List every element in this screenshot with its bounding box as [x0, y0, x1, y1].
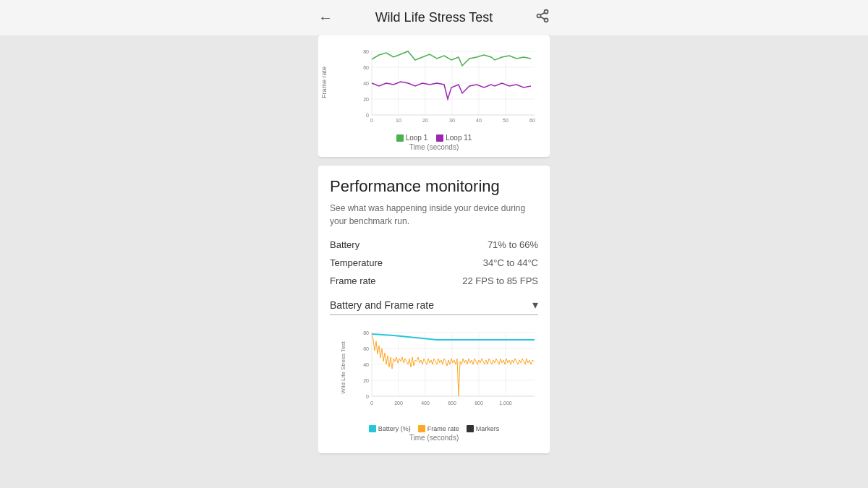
svg-text:0: 0	[370, 401, 373, 406]
perf-temp-value: 34°C to 44°C	[483, 257, 538, 268]
svg-point-0	[545, 10, 548, 14]
svg-text:20: 20	[363, 97, 369, 102]
perf-battery-label: Battery	[330, 239, 359, 250]
page-container: ← Wild Life Stress Test Frame rate	[0, 0, 868, 488]
svg-text:80: 80	[363, 330, 369, 335]
svg-text:400: 400	[421, 401, 430, 406]
svg-text:40: 40	[476, 118, 482, 123]
svg-text:60: 60	[363, 346, 369, 351]
perf-fps-row: Frame rate 22 FPS to 85 FPS	[330, 275, 538, 286]
bottom-chart-xlabel: Time (seconds)	[330, 434, 538, 442]
legend-loop1-label: Loop 1	[406, 134, 428, 142]
legend-loop1-dot	[396, 134, 404, 142]
legend-markers: Markers	[467, 425, 500, 432]
svg-text:60: 60	[363, 65, 369, 70]
bottom-chart-legend: Battery (%) Frame rate Markers	[330, 425, 538, 432]
legend-battery: Battery (%)	[369, 425, 411, 432]
page-title: Wild Life Stress Test	[375, 10, 493, 25]
header: ← Wild Life Stress Test	[0, 0, 868, 35]
perf-fps-value: 22 FPS to 85 FPS	[462, 275, 538, 286]
svg-point-2	[545, 18, 548, 22]
legend-framerate: Frame rate	[418, 425, 459, 432]
performance-card: Performance monitoring See what was happ…	[318, 166, 550, 453]
legend-loop11: Loop 11	[436, 134, 472, 142]
chart-type-dropdown[interactable]: Battery and Frame rate ▾	[330, 298, 538, 315]
legend-loop11-label: Loop 11	[446, 134, 472, 142]
bottom-chart-ylabel: Wild Life Stress Test	[340, 341, 346, 393]
svg-text:0: 0	[370, 118, 373, 123]
perf-title: Performance monitoring	[330, 177, 538, 196]
top-chart-xlabel: Time (seconds)	[324, 143, 544, 151]
svg-text:40: 40	[363, 81, 369, 86]
top-chart-legend: Loop 1 Loop 11	[324, 134, 544, 142]
content-wrapper: Frame rate 80 60	[318, 35, 550, 462]
perf-temp-label: Temperature	[330, 257, 383, 268]
svg-text:60: 60	[529, 118, 535, 123]
bottom-chart-wrap: Wild Life Stress Test	[330, 325, 538, 442]
svg-text:20: 20	[363, 378, 369, 383]
legend-battery-dot	[369, 425, 376, 432]
svg-text:0: 0	[366, 113, 369, 118]
svg-text:40: 40	[363, 362, 369, 367]
svg-text:800: 800	[475, 401, 483, 406]
perf-desc: See what was happening inside your devic…	[330, 202, 538, 228]
perf-fps-label: Frame rate	[330, 275, 376, 286]
svg-line-4	[540, 12, 545, 14]
top-chart-svg: 80 60 40 20 0 0 10 20 30 40 50 60	[344, 44, 544, 131]
perf-battery-value: 71% to 66%	[488, 239, 538, 250]
svg-text:50: 50	[503, 118, 509, 123]
legend-loop1: Loop 1	[396, 134, 428, 142]
legend-markers-label: Markers	[476, 425, 500, 432]
legend-framerate-dot	[418, 425, 425, 432]
svg-text:600: 600	[448, 401, 456, 406]
perf-battery-row: Battery 71% to 66%	[330, 239, 538, 250]
top-chart-card: Frame rate 80 60	[318, 35, 550, 157]
svg-point-1	[537, 14, 541, 18]
svg-text:20: 20	[422, 118, 428, 123]
legend-framerate-label: Frame rate	[427, 425, 459, 432]
svg-text:80: 80	[363, 49, 369, 54]
svg-text:1,000: 1,000	[499, 401, 512, 406]
svg-text:10: 10	[396, 118, 401, 123]
legend-battery-label: Battery (%)	[378, 425, 411, 432]
dropdown-label: Battery and Frame rate	[330, 299, 434, 311]
svg-text:200: 200	[394, 401, 403, 406]
bottom-chart-svg: 80 60 40 20 0 0 200 400 600 800 1,000	[350, 325, 538, 419]
top-chart-ylabel: Frame rate	[320, 67, 328, 98]
legend-markers-dot	[467, 425, 474, 432]
svg-text:30: 30	[449, 118, 455, 123]
dropdown-arrow-icon: ▾	[532, 298, 538, 312]
share-button[interactable]	[535, 9, 550, 27]
back-button[interactable]: ←	[318, 9, 333, 26]
svg-text:0: 0	[366, 394, 369, 399]
legend-loop11-dot	[436, 134, 443, 142]
svg-line-3	[540, 17, 545, 19]
perf-temp-row: Temperature 34°C to 44°C	[330, 257, 538, 268]
